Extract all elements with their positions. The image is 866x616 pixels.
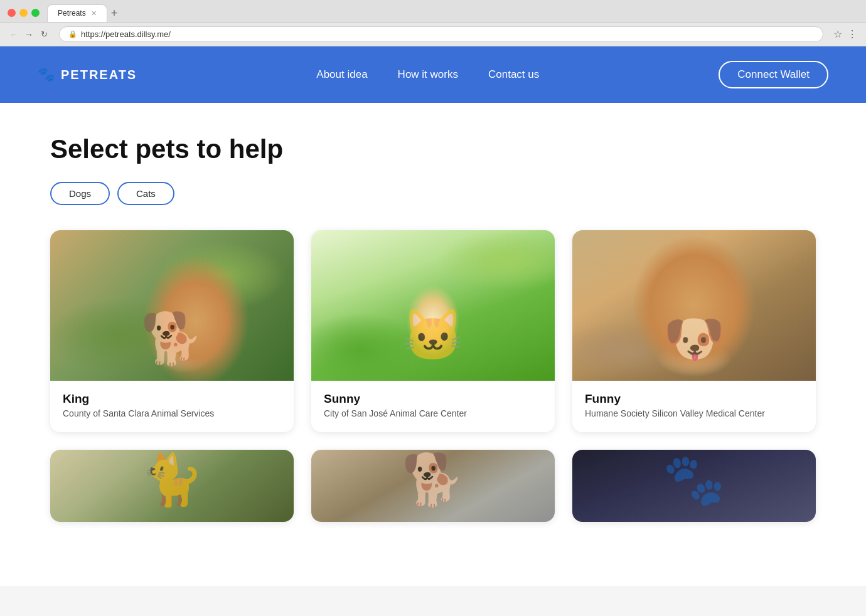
- pet-card-body-funny: Funny Humane Society Silicon Valley Medi…: [572, 381, 816, 432]
- pet-image-sunny: [311, 230, 555, 381]
- pet-card-pet3[interactable]: [572, 450, 816, 522]
- pet-image-king: [50, 230, 294, 381]
- pet-location-sunny: City of San José Animal Care Center: [324, 408, 542, 418]
- logo-text: PETREATS: [61, 68, 137, 82]
- pet-name-king: King: [63, 392, 281, 406]
- main-content: Select pets to help Dogs Cats King Count…: [0, 103, 866, 547]
- url-text: https://petreats.dillsy.me/: [81, 29, 171, 39]
- paw-icon: 🐾: [38, 66, 55, 83]
- pets-grid: King County of Santa Clara Animal Servic…: [50, 230, 816, 522]
- pet-card-sunny[interactable]: Sunny City of San José Animal Care Cente…: [311, 230, 555, 432]
- back-button[interactable]: ←: [9, 29, 19, 40]
- connect-wallet-button[interactable]: Connect Wallet: [719, 61, 828, 88]
- address-bar[interactable]: 🔒 https://petreats.dillsy.me/: [59, 26, 823, 42]
- window-close-dot[interactable]: [8, 9, 16, 17]
- pet-image-pet3: [572, 450, 816, 522]
- browser-tab[interactable]: Petreats ✕: [47, 4, 107, 22]
- pet-location-king: County of Santa Clara Animal Services: [63, 408, 281, 418]
- nav-contact[interactable]: Contact us: [488, 68, 539, 81]
- tab-close-btn[interactable]: ✕: [91, 9, 97, 18]
- filter-cats[interactable]: Cats: [117, 182, 174, 205]
- pet-image-funny: [572, 230, 816, 381]
- site-header: 🐾 PETREATS About idea How it works Conta…: [0, 46, 866, 103]
- pet-card-cat2[interactable]: [50, 450, 294, 522]
- pet-image-cat2: [50, 450, 294, 522]
- pet-card-funny[interactable]: Funny Humane Society Silicon Valley Medi…: [572, 230, 816, 432]
- nav-about[interactable]: About idea: [316, 68, 367, 81]
- window-minimize-dot[interactable]: [19, 9, 28, 17]
- nav-how-it-works[interactable]: How it works: [398, 68, 458, 81]
- pet-card-king[interactable]: King County of Santa Clara Animal Servic…: [50, 230, 294, 432]
- new-tab-button[interactable]: +: [111, 8, 118, 19]
- pet-image-dog2: [311, 450, 555, 522]
- browser-chrome: Petreats ✕ + ← → ↻ 🔒 https://petreats.di…: [0, 0, 866, 46]
- reload-button[interactable]: ↻: [39, 29, 49, 40]
- pet-name-funny: Funny: [585, 392, 803, 406]
- filter-dogs[interactable]: Dogs: [50, 182, 110, 205]
- main-nav: About idea How it works Contact us: [316, 68, 539, 81]
- pet-name-sunny: Sunny: [324, 392, 542, 406]
- lock-icon: 🔒: [68, 30, 77, 38]
- bookmark-icon[interactable]: ☆: [833, 28, 842, 40]
- pet-card-body-king: King County of Santa Clara Animal Servic…: [50, 381, 294, 432]
- forward-button[interactable]: →: [24, 29, 34, 40]
- tab-title: Petreats: [58, 9, 86, 18]
- app-wrapper: 🐾 PETREATS About idea How it works Conta…: [0, 46, 866, 586]
- logo[interactable]: 🐾 PETREATS: [38, 66, 137, 83]
- page-title: Select pets to help: [50, 134, 816, 164]
- pet-card-body-sunny: Sunny City of San José Animal Care Cente…: [311, 381, 555, 432]
- pet-location-funny: Humane Society Silicon Valley Medical Ce…: [585, 408, 803, 418]
- window-maximize-dot[interactable]: [31, 9, 40, 17]
- pet-card-dog2[interactable]: [311, 450, 555, 522]
- filter-buttons: Dogs Cats: [50, 182, 816, 205]
- menu-icon[interactable]: ⋮: [847, 28, 857, 40]
